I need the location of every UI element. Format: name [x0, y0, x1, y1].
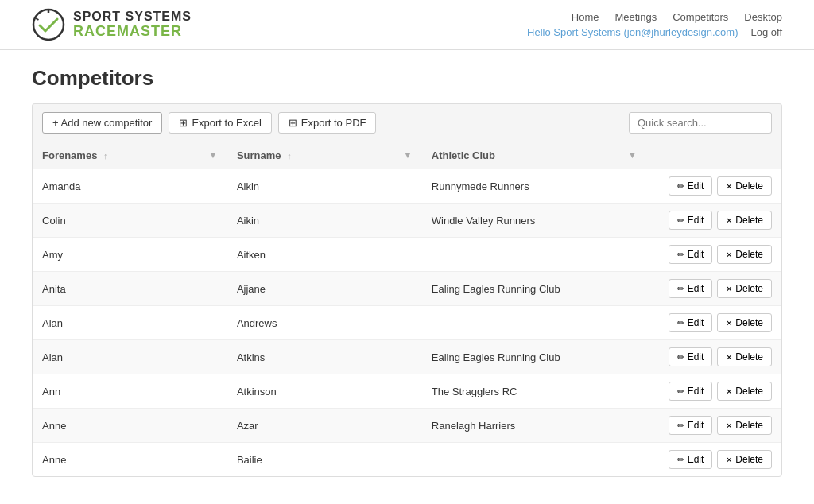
export-pdf-label: Export to PDF	[301, 117, 366, 129]
cell-club	[422, 443, 647, 477]
filter-surname-button[interactable]: ▼	[403, 149, 413, 161]
pencil-icon	[677, 317, 684, 328]
filter-forenames-button[interactable]: ▼	[208, 149, 218, 161]
nav-competitors[interactable]: Competitors	[673, 11, 728, 23]
cell-actions: EditDelete	[646, 306, 781, 340]
cell-actions: EditDelete	[646, 374, 781, 409]
main-content: Competitors + Add new competitor ⊞ Expor…	[0, 50, 814, 504]
cell-surname: Ajjane	[227, 272, 422, 306]
filter-club-button[interactable]: ▼	[628, 149, 638, 161]
cell-forename: Amanda	[33, 169, 227, 204]
delete-button[interactable]: Delete	[717, 313, 772, 332]
delete-button[interactable]: Delete	[717, 245, 772, 264]
cell-club: Ealing Eagles Running Club	[422, 272, 647, 306]
edit-button[interactable]: Edit	[669, 211, 713, 230]
pencil-icon	[677, 215, 684, 226]
cell-surname: Atkins	[227, 340, 422, 374]
col-forenames: Forenames ↑ ▼	[33, 142, 227, 169]
cell-surname: Aikin	[227, 169, 422, 204]
sort-surname-icon: ↑	[287, 151, 292, 161]
action-cell: EditDelete	[656, 279, 772, 298]
edit-button[interactable]: Edit	[669, 176, 713, 196]
x-icon	[726, 420, 732, 431]
export-excel-label: Export to Excel	[192, 117, 261, 129]
excel-icon: ⊞	[179, 117, 188, 129]
delete-button[interactable]: Delete	[717, 176, 772, 196]
cell-actions: EditDelete	[646, 238, 781, 272]
cell-actions: EditDelete	[646, 443, 781, 477]
table-row: AnnAtkinsonThe Stragglers RCEditDelete	[33, 374, 781, 409]
pencil-icon	[677, 454, 684, 465]
search-input[interactable]	[629, 112, 772, 134]
pencil-icon	[677, 283, 684, 294]
edit-button[interactable]: Edit	[669, 382, 713, 401]
table-row: AnitaAjjaneEaling Eagles Running ClubEdi…	[33, 272, 781, 306]
table-body: AmandaAikinRunnymede RunnersEditDeleteCo…	[33, 169, 781, 477]
x-icon	[726, 351, 732, 362]
edit-button[interactable]: Edit	[669, 347, 713, 366]
cell-club: Ranelagh Harriers	[422, 409, 647, 443]
delete-button[interactable]: Delete	[717, 382, 772, 401]
x-icon	[726, 283, 732, 294]
toolbar-left: + Add new competitor ⊞ Export to Excel ⊞…	[42, 112, 622, 134]
svg-line-2	[36, 18, 39, 20]
table-row: ColinAikinWindle Valley RunnersEditDelet…	[33, 204, 781, 238]
logo-area: SPORT SYSTEMS RACEMASTER	[32, 8, 192, 41]
sort-forenames-icon: ↑	[103, 151, 108, 161]
edit-button[interactable]: Edit	[669, 279, 713, 298]
brand-top: SPORT SYSTEMS	[73, 10, 192, 24]
action-cell: EditDelete	[656, 347, 772, 366]
table-wrapper: Forenames ↑ ▼ Surname ↑ ▼ Athletic Club …	[32, 142, 782, 477]
cell-club: Windle Valley Runners	[422, 204, 647, 238]
cell-forename: Alan	[33, 306, 227, 340]
cell-forename: Alan	[33, 340, 227, 374]
cell-forename: Anne	[33, 443, 227, 477]
action-cell: EditDelete	[656, 313, 772, 332]
add-competitor-button[interactable]: + Add new competitor	[42, 112, 162, 134]
delete-button[interactable]: Delete	[717, 347, 772, 366]
pencil-icon	[677, 386, 684, 397]
edit-button[interactable]: Edit	[669, 245, 713, 264]
table-row: AlanAtkinsEaling Eagles Running ClubEdit…	[33, 340, 781, 374]
nav-meetings[interactable]: Meetings	[614, 11, 657, 23]
cell-club: Ealing Eagles Running Club	[422, 340, 647, 374]
header: SPORT SYSTEMS RACEMASTER Home Meetings C…	[0, 0, 814, 50]
cell-actions: EditDelete	[646, 204, 781, 238]
export-excel-button[interactable]: ⊞ Export to Excel	[169, 112, 271, 134]
delete-button[interactable]: Delete	[717, 416, 772, 435]
edit-button[interactable]: Edit	[669, 450, 713, 469]
table-row: AnneBailieEditDelete	[33, 443, 781, 477]
nav-top: Home Meetings Competitors Desktop	[572, 11, 782, 23]
pencil-icon	[677, 180, 684, 192]
table-row: AmyAitkenEditDelete	[33, 238, 781, 272]
table-row: AnneAzarRanelagh HarriersEditDelete	[33, 409, 781, 443]
logo-icon	[32, 8, 65, 41]
edit-button[interactable]: Edit	[669, 313, 713, 332]
x-icon	[726, 454, 732, 465]
action-cell: EditDelete	[656, 245, 772, 264]
cell-forename: Amy	[33, 238, 227, 272]
nav-area: Home Meetings Competitors Desktop Hello …	[527, 11, 782, 38]
cell-club	[422, 238, 647, 272]
toolbar: + Add new competitor ⊞ Export to Excel ⊞…	[32, 103, 782, 142]
delete-button[interactable]: Delete	[717, 279, 772, 298]
cell-surname: Andrews	[227, 306, 422, 340]
nav-home[interactable]: Home	[572, 11, 599, 23]
cell-actions: EditDelete	[646, 340, 781, 374]
logoff-link[interactable]: Log off	[750, 26, 782, 38]
x-icon	[726, 249, 732, 260]
competitors-table: Forenames ↑ ▼ Surname ↑ ▼ Athletic Club …	[33, 142, 781, 476]
page-title: Competitors	[32, 66, 782, 91]
x-icon	[726, 215, 732, 226]
nav-desktop[interactable]: Desktop	[744, 11, 782, 23]
delete-button[interactable]: Delete	[717, 211, 772, 230]
cell-surname: Aitken	[227, 238, 422, 272]
cell-forename: Anne	[33, 409, 227, 443]
export-pdf-button[interactable]: ⊞ Export to PDF	[278, 112, 377, 134]
edit-button[interactable]: Edit	[669, 416, 713, 435]
pencil-icon	[677, 351, 684, 362]
action-cell: EditDelete	[656, 416, 772, 435]
svg-point-0	[33, 10, 64, 40]
delete-button[interactable]: Delete	[717, 450, 772, 469]
cell-surname: Aikin	[227, 204, 422, 238]
